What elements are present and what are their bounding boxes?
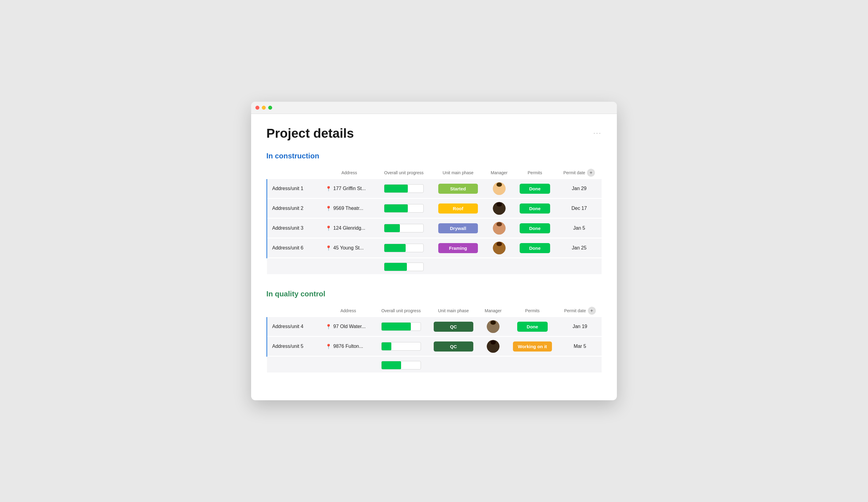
col-header-progress: Overall unit progress	[375, 304, 427, 317]
more-options-icon[interactable]: ···	[593, 129, 602, 137]
location-icon: 📍	[326, 245, 332, 251]
col-header-manager: Manager	[480, 304, 507, 317]
avatar	[493, 222, 506, 234]
progress-cell	[375, 337, 427, 356]
summary-row	[267, 258, 602, 275]
table-in-quality-control: AddressOverall unit progressUnit main ph…	[266, 304, 602, 374]
table-row[interactable]: Address/unit 4📍97 Old Water...QC DoneJan…	[267, 317, 602, 337]
address-cell: 📍97 Old Water...	[322, 317, 375, 337]
phase-cell[interactable]: Started	[431, 179, 485, 199]
avatar	[487, 320, 499, 333]
phase-cell[interactable]: Roof	[431, 199, 485, 218]
location-icon: 📍	[326, 226, 332, 231]
manager-cell	[485, 179, 513, 199]
phase-badge: QC	[434, 322, 473, 332]
location-icon: 📍	[326, 344, 332, 349]
avatar	[493, 242, 506, 254]
permit-date-cell: Jan 25	[557, 238, 602, 258]
phase-cell[interactable]: QC	[427, 317, 480, 337]
progress-cell	[377, 218, 431, 238]
table-in-construction: AddressOverall unit progressUnit main ph…	[266, 166, 602, 275]
permit-cell[interactable]: Done	[507, 317, 558, 337]
progress-cell	[377, 179, 431, 199]
permit-cell[interactable]: Done	[513, 238, 557, 258]
col-header-permits: Permits	[507, 304, 558, 317]
unit-name-cell: Address/unit 3	[267, 218, 322, 238]
permit-cell[interactable]: Done	[513, 218, 557, 238]
phase-cell[interactable]: Drywall	[431, 218, 485, 238]
progress-cell	[377, 199, 431, 218]
svg-point-3	[496, 182, 502, 187]
avatar	[493, 182, 506, 195]
svg-point-28	[490, 340, 496, 345]
permit-date-cell: Jan 19	[558, 317, 602, 337]
address-cell: 📍177 Griffin St...	[322, 179, 377, 199]
permit-date-cell: Jan 29	[557, 179, 602, 199]
svg-point-8	[496, 202, 502, 207]
table-row[interactable]: Address/unit 2📍9569 Theatr...Roof DoneDe…	[267, 199, 602, 218]
permit-badge: Done	[520, 184, 550, 194]
add-permit-date-button[interactable]: +	[588, 307, 596, 315]
col-header-progress: Overall unit progress	[377, 166, 431, 179]
close-button[interactable]	[255, 106, 259, 109]
table-row[interactable]: Address/unit 5📍9876 Fulton...QC Working …	[267, 337, 602, 356]
permit-date-cell: Mar 5	[558, 337, 602, 356]
address-cell: 📍9569 Theatr...	[322, 199, 377, 218]
minimize-button[interactable]	[262, 106, 266, 109]
phase-badge: Started	[438, 184, 478, 194]
unit-name-cell: Address/unit 4	[267, 317, 322, 337]
col-header-permits: Permits	[513, 166, 557, 179]
table-row[interactable]: Address/unit 6📍45 Young St...Framing Don…	[267, 238, 602, 258]
section-title-in-quality-control: In quality control	[266, 290, 602, 298]
manager-cell	[480, 317, 507, 337]
sections-container: In constructionAddressOverall unit progr…	[266, 152, 602, 374]
section-in-quality-control: In quality controlAddressOverall unit pr…	[266, 290, 602, 374]
col-header-address: Address	[322, 304, 375, 317]
permit-date-cell: Jan 5	[557, 218, 602, 238]
unit-name-cell: Address/unit 2	[267, 199, 322, 218]
unit-name-cell: Address/unit 6	[267, 238, 322, 258]
permit-badge: Done	[520, 223, 550, 233]
table-row[interactable]: Address/unit 3📍124 Glenridg...Drywall Do…	[267, 218, 602, 238]
permit-cell[interactable]: Done	[513, 199, 557, 218]
location-icon: 📍	[326, 324, 332, 330]
unit-name-cell: Address/unit 1	[267, 179, 322, 199]
avatar	[493, 202, 506, 215]
progress-cell	[375, 317, 427, 337]
manager-cell	[485, 238, 513, 258]
phase-cell[interactable]: Framing	[431, 238, 485, 258]
location-icon: 📍	[326, 186, 332, 191]
col-header-permit_date: Permit date+	[558, 304, 602, 317]
phase-badge: Framing	[438, 243, 478, 253]
manager-cell	[485, 199, 513, 218]
summary-progress-cell	[375, 356, 427, 373]
avatar	[487, 340, 499, 353]
permit-cell[interactable]: Working on it	[507, 337, 558, 356]
address-cell: 📍124 Glenridg...	[322, 218, 377, 238]
unit-name-cell: Address/unit 5	[267, 337, 322, 356]
permit-date-cell: Dec 17	[557, 199, 602, 218]
col-header-phase: Unit main phase	[427, 304, 480, 317]
col-header-address: Address	[322, 166, 377, 179]
phase-badge: Roof	[438, 203, 478, 213]
page-title: Project details	[266, 126, 354, 141]
page-header: Project details ···	[266, 126, 602, 141]
location-icon: 📍	[326, 206, 332, 211]
permit-cell[interactable]: Done	[513, 179, 557, 199]
svg-point-23	[490, 321, 496, 325]
manager-cell	[485, 218, 513, 238]
window-content: Project details ··· In constructionAddre…	[251, 114, 617, 400]
permit-badge: Done	[520, 203, 550, 213]
maximize-button[interactable]	[268, 106, 272, 109]
progress-cell	[377, 238, 431, 258]
main-window: Project details ··· In constructionAddre…	[251, 102, 617, 400]
add-permit-date-button[interactable]: +	[587, 169, 595, 177]
title-bar	[251, 102, 617, 114]
svg-point-18	[496, 242, 502, 246]
table-row[interactable]: Address/unit 1📍177 Griffin St...Started …	[267, 179, 602, 199]
phase-cell[interactable]: QC	[427, 337, 480, 356]
phase-badge: Drywall	[438, 223, 478, 233]
svg-point-13	[496, 222, 502, 226]
col-header-permit_date: Permit date+	[557, 166, 602, 179]
address-cell: 📍9876 Fulton...	[322, 337, 375, 356]
